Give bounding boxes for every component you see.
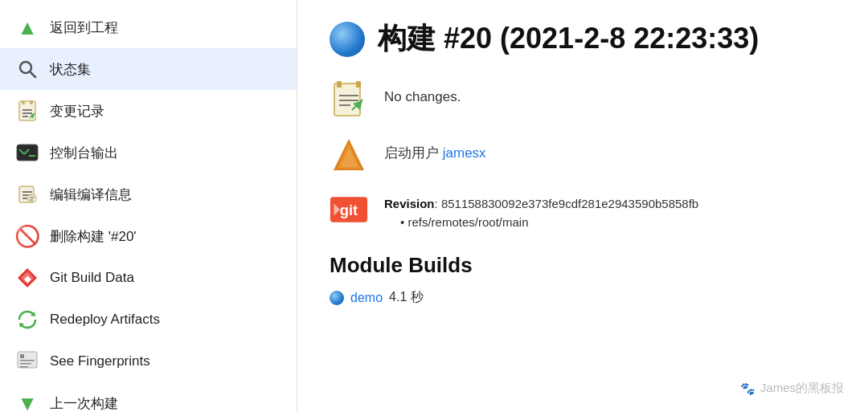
revision-branch: • refs/remotes/root/main <box>400 215 698 229</box>
svg-text:◆: ◆ <box>23 274 31 284</box>
svg-rect-29 <box>20 363 31 365</box>
back-icon: ▲ <box>16 16 39 39</box>
svg-rect-31 <box>334 84 360 116</box>
sidebar-item-git-build[interactable]: ◆ Git Build Data <box>0 257 297 299</box>
started-by-row: 启动用户 jamesx <box>330 136 836 174</box>
no-changes-row: No changes. <box>330 81 836 120</box>
svg-rect-3 <box>22 100 25 104</box>
revision-colon: : <box>435 197 441 210</box>
fingerprints-icon <box>16 350 39 373</box>
git-build-icon: ◆ <box>16 267 39 289</box>
delete-icon: 🚫 <box>16 225 39 247</box>
sidebar-item-status[interactable]: 状态集 <box>0 48 297 90</box>
svg-line-1 <box>31 72 35 77</box>
sidebar-item-redeploy[interactable]: Redeploy Artifacts <box>0 299 297 341</box>
sidebar-label-console: 控制台输出 <box>50 144 118 162</box>
prev-build-icon: ▼ <box>16 392 39 412</box>
module-time: 4.1 秒 <box>389 289 424 306</box>
sidebar-item-edit-build[interactable]: 编辑编译信息 <box>0 173 297 215</box>
svg-rect-28 <box>20 360 35 361</box>
branch-text: refs/remotes/root/main <box>407 215 528 229</box>
started-by-icon <box>330 136 368 174</box>
search-icon <box>16 58 39 80</box>
started-by-text: 启动用户 jamesx <box>384 136 486 162</box>
svg-rect-4 <box>30 100 33 104</box>
sidebar-label-fingerprints: See Fingerprints <box>50 353 150 369</box>
info-section: No changes. 启动用户 jamesx g <box>330 81 836 229</box>
revision-hash: 851158830092e373fe9cdf281e2943590b5858fb <box>441 197 698 210</box>
sidebar-item-prev-build[interactable]: ▼ 上一次构建 <box>0 382 297 412</box>
revision-label: Revision <box>384 197 435 210</box>
sidebar: ▲ 返回到工程 状态集 变更记录 <box>0 0 297 412</box>
module-builds-section: Module Builds demo 4.1 秒 <box>330 253 836 306</box>
sidebar-label-status: 状态集 <box>50 60 91 79</box>
revision-row: git Revision: 851158830092e373fe9cdf281e… <box>330 190 836 229</box>
sidebar-label-edit-build: 编辑编译信息 <box>50 186 132 204</box>
sidebar-label-git-build: Git Build Data <box>50 270 134 286</box>
watermark-text: James的黑板报 <box>760 381 844 396</box>
changes-icon <box>16 100 39 122</box>
svg-rect-33 <box>356 81 361 88</box>
sidebar-label-delete-build: 删除构建 '#20' <box>50 227 137 246</box>
page-title: 构建 #20 (2021-2-8 22:23:33) <box>378 19 759 59</box>
started-by-user-link[interactable]: jamesx <box>443 145 486 161</box>
no-changes-icon <box>330 81 368 120</box>
sidebar-label-prev-build: 上一次构建 <box>50 394 118 413</box>
started-by-label: 启动用户 <box>384 145 439 161</box>
svg-rect-30 <box>20 366 28 368</box>
git-icon: git <box>330 190 368 229</box>
svg-rect-27 <box>20 354 24 358</box>
sidebar-item-delete-build[interactable]: 🚫 删除构建 '#20' <box>0 215 297 257</box>
edit-icon <box>16 183 39 206</box>
watermark: 🐾 James的黑板报 <box>740 381 844 396</box>
module-link[interactable]: demo <box>350 291 383 305</box>
redeploy-icon <box>16 308 39 331</box>
module-row: demo 4.1 秒 <box>330 289 836 306</box>
watermark-icon: 🐾 <box>740 381 755 396</box>
sidebar-item-changes[interactable]: 变更记录 <box>0 90 297 132</box>
svg-rect-18 <box>28 195 36 202</box>
revision-block: Revision: 851158830092e373fe9cdf281e2943… <box>384 190 698 229</box>
sidebar-item-fingerprints[interactable]: See Fingerprints <box>0 341 297 382</box>
svg-rect-10 <box>17 145 38 161</box>
build-status-icon <box>330 22 365 57</box>
sidebar-item-console[interactable]: 控制台输出 <box>0 132 297 173</box>
module-status-icon <box>330 291 344 305</box>
sidebar-label-redeploy: Redeploy Artifacts <box>50 312 160 328</box>
svg-rect-32 <box>337 81 342 88</box>
no-changes-text: No changes. <box>384 81 461 105</box>
console-icon <box>16 141 39 164</box>
svg-text:git: git <box>340 202 358 218</box>
svg-point-0 <box>20 62 31 73</box>
main-content: 构建 #20 (2021-2-8 22:23:33) No changes. <box>297 0 868 412</box>
sidebar-item-back[interactable]: ▲ 返回到工程 <box>0 6 297 48</box>
page-title-row: 构建 #20 (2021-2-8 22:23:33) <box>330 19 836 59</box>
sidebar-label-back: 返回到工程 <box>50 18 118 37</box>
module-builds-title: Module Builds <box>330 253 836 278</box>
sidebar-label-changes: 变更记录 <box>50 102 104 120</box>
bullet: • <box>400 215 407 229</box>
